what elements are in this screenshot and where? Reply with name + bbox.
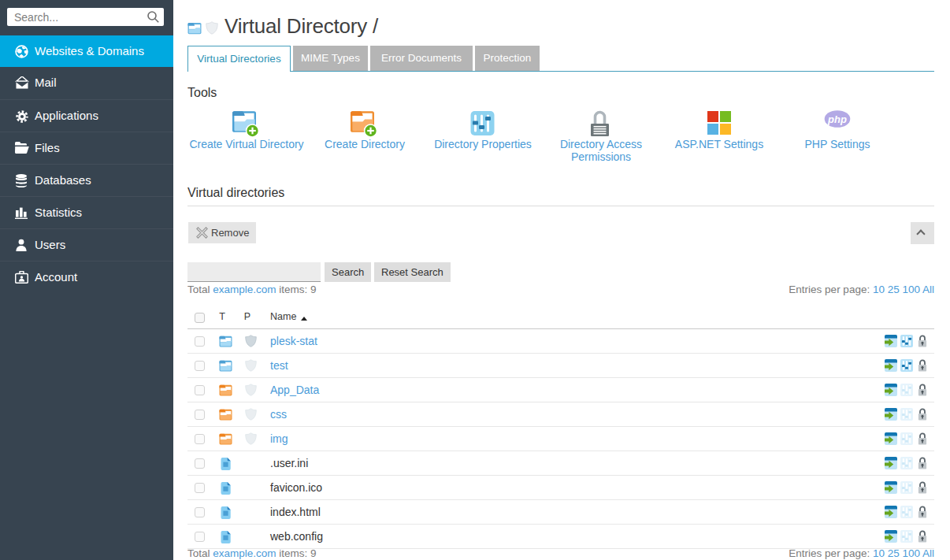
svg-text:php: php xyxy=(827,113,847,125)
